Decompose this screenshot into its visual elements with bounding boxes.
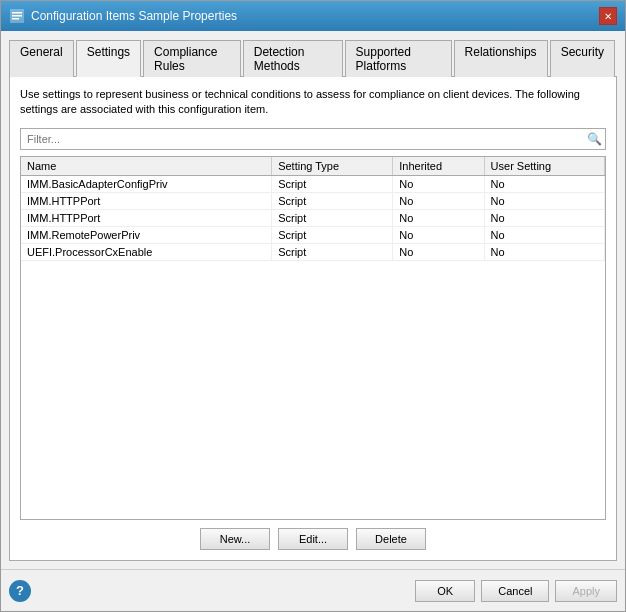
footer: ? OK Cancel Apply	[1, 569, 625, 611]
window-title: Configuration Items Sample Properties	[31, 9, 237, 23]
tab-compliance-rules[interactable]: Compliance Rules	[143, 40, 241, 77]
cell-user-setting: No	[484, 192, 604, 209]
cell-inherited: No	[393, 192, 484, 209]
cell-name: IMM.HTTPPort	[21, 192, 272, 209]
settings-table: Name Setting Type Inherited User Setting…	[21, 157, 605, 261]
search-icon: 🔍	[587, 132, 602, 146]
title-bar-controls: ✕	[599, 7, 617, 25]
filter-row: 🔍	[20, 128, 606, 150]
window-icon	[9, 8, 25, 24]
cell-name: IMM.BasicAdapterConfigPriv	[21, 175, 272, 192]
table-row[interactable]: IMM.RemotePowerPriv Script No No	[21, 226, 605, 243]
col-inherited: Inherited	[393, 157, 484, 176]
help-button[interactable]: ?	[9, 580, 31, 602]
tab-general[interactable]: General	[9, 40, 74, 77]
cell-setting-type: Script	[272, 192, 393, 209]
delete-button[interactable]: Delete	[356, 528, 426, 550]
cell-name: UEFI.ProcessorCxEnable	[21, 243, 272, 260]
title-bar-left: Configuration Items Sample Properties	[9, 8, 237, 24]
apply-button[interactable]: Apply	[555, 580, 617, 602]
new-button[interactable]: New...	[200, 528, 270, 550]
cell-setting-type: Script	[272, 209, 393, 226]
footer-buttons: OK Cancel Apply	[415, 580, 617, 602]
col-setting-type: Setting Type	[272, 157, 393, 176]
cell-name: IMM.RemotePowerPriv	[21, 226, 272, 243]
table-header-row: Name Setting Type Inherited User Setting	[21, 157, 605, 176]
cancel-button[interactable]: Cancel	[481, 580, 549, 602]
svg-rect-2	[12, 15, 22, 17]
ok-button[interactable]: OK	[415, 580, 475, 602]
cell-user-setting: No	[484, 243, 604, 260]
cell-setting-type: Script	[272, 243, 393, 260]
svg-rect-1	[12, 12, 22, 14]
edit-button[interactable]: Edit...	[278, 528, 348, 550]
cell-user-setting: No	[484, 226, 604, 243]
col-name: Name	[21, 157, 272, 176]
tab-relationships[interactable]: Relationships	[454, 40, 548, 77]
tab-supported-platforms[interactable]: Supported Platforms	[345, 40, 452, 77]
cell-inherited: No	[393, 243, 484, 260]
settings-table-container: Name Setting Type Inherited User Setting…	[20, 156, 606, 520]
cell-inherited: No	[393, 226, 484, 243]
cell-inherited: No	[393, 209, 484, 226]
col-user-setting: User Setting	[484, 157, 604, 176]
table-row[interactable]: UEFI.ProcessorCxEnable Script No No	[21, 243, 605, 260]
table-row[interactable]: IMM.BasicAdapterConfigPriv Script No No	[21, 175, 605, 192]
table-row[interactable]: IMM.HTTPPort Script No No	[21, 192, 605, 209]
cell-user-setting: No	[484, 175, 604, 192]
tab-settings[interactable]: Settings	[76, 40, 141, 77]
table-body: IMM.BasicAdapterConfigPriv Script No No …	[21, 175, 605, 260]
close-button[interactable]: ✕	[599, 7, 617, 25]
cell-user-setting: No	[484, 209, 604, 226]
tab-security[interactable]: Security	[550, 40, 615, 77]
description-text: Use settings to represent business or te…	[20, 87, 606, 118]
main-window: Configuration Items Sample Properties ✕ …	[0, 0, 626, 612]
cell-name: IMM.HTTPPort	[21, 209, 272, 226]
cell-inherited: No	[393, 175, 484, 192]
tab-detection-methods[interactable]: Detection Methods	[243, 40, 343, 77]
action-buttons: New... Edit... Delete	[20, 528, 606, 550]
svg-rect-3	[12, 18, 19, 20]
tab-bar: General Settings Compliance Rules Detect…	[9, 39, 617, 77]
tab-content-settings: Use settings to represent business or te…	[9, 77, 617, 561]
table-row[interactable]: IMM.HTTPPort Script No No	[21, 209, 605, 226]
title-bar: Configuration Items Sample Properties ✕	[1, 1, 625, 31]
filter-input[interactable]	[20, 128, 606, 150]
cell-setting-type: Script	[272, 175, 393, 192]
content-area: General Settings Compliance Rules Detect…	[1, 31, 625, 569]
cell-setting-type: Script	[272, 226, 393, 243]
